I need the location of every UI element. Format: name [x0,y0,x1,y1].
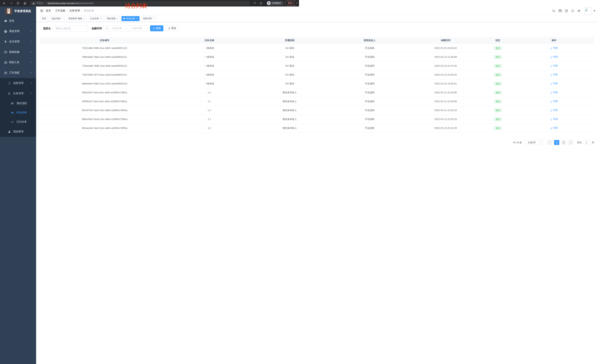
eye-closed-icon [10,120,14,123]
close-icon[interactable]: × [153,17,154,20]
cell-task-name: 1.2 [169,127,249,129]
eye-open-icon [10,111,14,114]
table-row: 58154733-7ac8-11ec-a9e2-a2380e71991a 1.2… [40,106,299,115]
close-icon[interactable]: × [62,17,63,20]
sidebar-item-label: 研发工具 [9,61,19,64]
chevron-down-icon [30,61,33,64]
breadcrumb-separator: / [67,9,68,12]
dashboard-icon [4,19,8,23]
tab-start-process[interactable]: 发起流程 × [50,16,65,21]
sidebar-item-label: 流程管理 [13,81,24,85]
password-manager-button[interactable] [253,1,257,5]
sidebar-item-home[interactable]: 首页 [0,16,36,26]
date-range-picker[interactable]: 开始日期 - 结束日期 [104,25,148,31]
table-row: 381aa1dd-7ac8-11ec-a9e2-a2380e71991a 1.2… [40,124,299,133]
cell-task-name: 1.1 [169,118,249,121]
tab-done-tasks[interactable]: 已办任务 × [88,16,103,21]
filter-form: 流程名 创建时间 开始日期 - 结束日期 搜索 重置 [36,25,299,31]
table-row: 75d72608-7b7f-11ec-a3c8-acde48001122 一级审… [40,70,299,79]
cell-task-id: 381aa1dd-7ac8-11ec-a9e2-a2380e71991a [40,127,169,129]
sidebar-item-process-mgmt[interactable]: 流程管理 [0,78,36,88]
sidebar-item-done-tasks[interactable]: 已办任务 [0,117,36,126]
incognito-label: 无痕模式 [272,2,281,5]
security-label: 不安全 [36,2,43,5]
tags-view: 首页 发起流程 × 流程表单-编辑 × 已办任务 × 我的流程 × 待办任务 ×… [36,15,299,22]
cell-task-name: 一级审批 [169,47,249,50]
sidebar-item-todo-tasks[interactable]: 待办任务 [0,108,36,117]
close-icon[interactable]: × [100,17,101,20]
sidebar-item-devtools[interactable]: 研发工具 [0,57,36,68]
gear-icon [4,30,8,33]
process-name-input[interactable] [53,25,88,31]
chevron-down-icon [30,81,33,85]
breadcrumb-current: 待办任务 [84,9,94,12]
breadcrumb-separator: / [53,9,53,12]
cell-task-id: 8f059c03-7ac8-11ec-a9e2-a2380e71991a [40,100,169,103]
cell-task-id: a6aba0a4-7b6d-11ec-b781-acde48001122 [40,82,169,85]
tab-label: 发起流程 [51,17,60,20]
sidebar-item-system[interactable]: 系统管理 [0,26,36,36]
table-row: 73211d9d-7b9b-11ec-b5b7-acde48001122 一级审… [40,44,299,53]
sidebar-item-label: 待办任务 [17,111,27,114]
person-icon [8,130,11,133]
cell-task-id: 58154733-7ac8-11ec-a9e2-a2380e71991a [40,109,169,112]
breadcrumb-task-mgmt[interactable]: 任务管理 [69,9,80,12]
sidebar-item-task-mgmt[interactable]: 任务管理 [0,88,36,99]
breadcrumb-home[interactable]: 首页 [46,9,51,12]
sidebar-item-label: 工作流程 [9,71,19,74]
sidebar-item-label: 基础设施 [9,50,19,54]
browser-back-button[interactable] [1,1,7,6]
tab-process-detail[interactable]: 流程详情 × [141,16,156,21]
kebab-menu-icon [293,2,294,4]
calendar-icon [106,27,108,30]
table-row: 8f059c03-7ac8-11ec-a9e2-a2380e71991a 1.1… [40,97,299,106]
cell-process: 测试多审批人 [249,126,299,130]
browser-reload-button[interactable] [15,1,21,6]
incognito-icon [267,1,271,5]
back-arrow-icon [3,2,6,5]
sidebar-item-label: 首页 [9,19,14,23]
sidebar-collapse-button[interactable] [40,9,44,13]
reset-button-label: 重置 [171,27,176,30]
cell-task-name: 1.2 [169,109,249,112]
home-icon [23,2,26,5]
navbar: 首页 / 工作流程 / 任务管理 / 待办任务 tT [36,7,299,15]
breadcrumb-workflow[interactable]: 工作流程 [55,9,65,12]
robot-icon [10,102,14,105]
close-icon[interactable]: × [136,17,138,20]
url-host: dashboard.yudao.iocoder.cn [48,2,78,5]
cell-task-name: 一级审批 [169,73,249,76]
tab-todo-tasks[interactable]: 待办任务 × [122,16,140,21]
chevron-down-icon [30,50,33,54]
reset-button[interactable]: 重置 [166,25,179,31]
cell-task-id: 75d72608-7b7f-11ec-a3c8-acde48001122 [40,73,169,76]
main-area: 首页 / 工作流程 / 任务管理 / 待办任务 tT [36,7,299,182]
end-date-placeholder[interactable]: 结束日期 [128,27,146,30]
sidebar-item-workflow[interactable]: 工作流程 [0,68,36,78]
sidebar-item-label: 系统管理 [9,30,19,33]
yen-icon: ¥ [4,40,8,43]
briefcase-icon [4,71,8,74]
pagination: 共 16 条 10条/页 ‹ 1 2 › 前往 页 [36,140,299,145]
app-logo-row[interactable]: 芋道管理系统 [0,7,36,16]
tab-form-edit[interactable]: 流程表单-编辑 × [66,16,87,21]
sidebar-item-leave-query[interactable]: 请假查询 [0,126,36,137]
browser-update-menu-button[interactable]: 更新 [285,1,297,6]
tab-my-process[interactable]: 我的流程 × [105,16,120,21]
browser-toolbar: 不安全 dashboard.yudao.iocoder.cn/bpm/task/… [0,0,299,7]
browser-forward-button[interactable] [8,1,14,6]
sidebar-item-my-process[interactable]: 我的流程 [0,99,36,108]
workflow-submenu: 流程管理 任务管理 我的流程 待办任务 已办任务 [0,78,36,137]
tab-home[interactable]: 首页 [40,16,48,21]
search-button[interactable]: 搜索 [150,25,163,31]
start-date-placeholder[interactable]: 开始日期 [108,27,126,30]
close-icon[interactable]: × [117,17,118,20]
col-task-name: 任务名称 [169,39,249,42]
close-icon[interactable]: × [83,17,85,20]
browser-home-button[interactable] [22,1,28,6]
sidebar-item-payment[interactable]: ¥ 支付管理 [0,36,36,47]
sidebar-item-infra[interactable]: 基础设施 [0,47,36,57]
cell-task-id: 73211d9d-7b9b-11ec-b5b7-acde48001122 [40,47,169,49]
bookmark-star-button[interactable] [259,1,263,5]
toolbox-icon [4,61,8,64]
